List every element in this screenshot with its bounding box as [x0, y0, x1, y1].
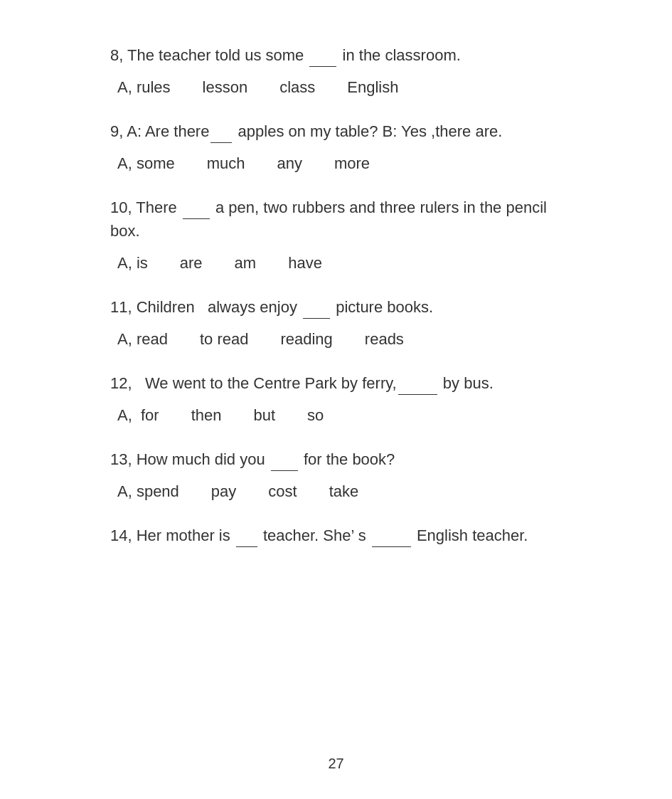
q11-opt-b: to read	[200, 327, 249, 351]
q8-opt-d: English	[347, 75, 398, 99]
q9-text: 9, A: Are there apples on my table? B: Y…	[110, 119, 562, 143]
question-8: 8, The teacher told us some in the class…	[110, 43, 562, 99]
q8-opt-a: A, rules	[117, 75, 171, 99]
q9-opt-d: more	[334, 152, 370, 175]
q11-options: A, read to read reading reads	[110, 327, 562, 351]
q9-opt-b: much	[207, 152, 245, 175]
q10-opt-c: am	[235, 251, 257, 275]
q14-blank1	[236, 523, 257, 547]
q10-opt-a: A, is	[117, 251, 148, 275]
q11-opt-c: reading	[280, 327, 332, 351]
q8-blank	[309, 43, 336, 67]
q10-opt-d: have	[288, 251, 322, 275]
page: 8, The teacher told us some in the class…	[0, 0, 672, 799]
q10-options: A, is are am have	[110, 251, 562, 275]
q13-blank	[271, 447, 298, 471]
question-10: 10, There a pen, two rubbers and three r…	[110, 195, 562, 275]
q12-opt-b: then	[191, 403, 222, 427]
q12-blank	[398, 371, 437, 395]
q11-opt-d: reads	[365, 327, 404, 351]
q10-blank	[183, 195, 210, 219]
q9-opt-a: A, some	[117, 152, 175, 175]
page-number: 27	[328, 756, 343, 772]
q8-opt-c: class	[279, 75, 315, 99]
q13-options: A, spend pay cost take	[110, 480, 562, 503]
q12-options: A, for then but so	[110, 403, 562, 427]
q9-blank	[210, 119, 232, 143]
q13-opt-a: A, spend	[117, 480, 179, 503]
q11-text: 11, Children always enjoy picture books.	[110, 295, 562, 319]
q13-opt-c: cost	[268, 480, 297, 503]
q11-opt-a: A, read	[117, 327, 168, 351]
q9-opt-c: any	[277, 152, 302, 175]
q10-opt-b: are	[180, 251, 203, 275]
q13-opt-d: take	[329, 480, 359, 503]
question-9: 9, A: Are there apples on my table? B: Y…	[110, 119, 562, 175]
q8-text: 8, The teacher told us some in the class…	[110, 43, 562, 67]
q10-text: 10, There a pen, two rubbers and three r…	[110, 195, 562, 243]
q12-opt-c: but	[254, 403, 276, 427]
question-11: 11, Children always enjoy picture books.…	[110, 295, 562, 351]
q12-opt-a: A, for	[117, 403, 159, 427]
question-13: 13, How much did you for the book? A, sp…	[110, 447, 562, 503]
q8-opt-b: lesson	[203, 75, 248, 99]
q9-options: A, some much any more	[110, 152, 562, 175]
question-12: 12, We went to the Centre Park by ferry,…	[110, 371, 562, 427]
q11-blank	[303, 295, 330, 319]
q13-opt-b: pay	[211, 480, 236, 503]
question-14: 14, Her mother is teacher. She’ s Englis…	[110, 523, 562, 547]
q14-text: 14, Her mother is teacher. She’ s Englis…	[110, 523, 562, 547]
q12-opt-d: so	[307, 403, 324, 427]
q8-options: A, rules lesson class English	[110, 75, 562, 99]
q12-text: 12, We went to the Centre Park by ferry,…	[110, 371, 562, 395]
q13-text: 13, How much did you for the book?	[110, 447, 562, 471]
q14-blank2	[372, 523, 411, 547]
